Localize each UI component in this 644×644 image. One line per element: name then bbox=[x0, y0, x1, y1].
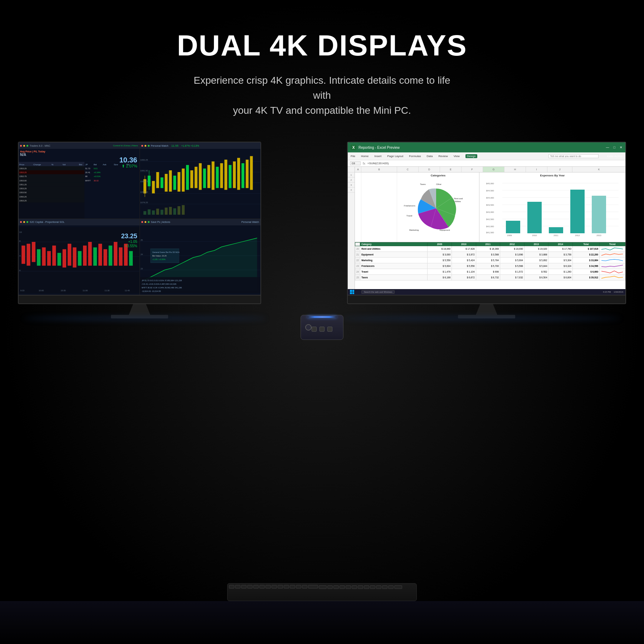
svg-rect-105 bbox=[83, 245, 87, 265]
right-monitor: X Reporting - Excel Preview — □ ✕ File H… bbox=[347, 142, 626, 318]
tax-2012: $ 7,032 bbox=[500, 275, 525, 280]
ribbon-data[interactable]: Data bbox=[427, 155, 433, 158]
empty-b bbox=[361, 172, 397, 242]
svg-rect-68 bbox=[229, 165, 231, 188]
equip-total: $ 22,200 bbox=[572, 252, 599, 258]
svg-rect-114 bbox=[129, 251, 133, 265]
svg-text:MYFT: MYFT bbox=[85, 180, 91, 182]
ribbon-design[interactable]: Design bbox=[465, 154, 477, 158]
mkt-2011: $ 5,784 bbox=[476, 258, 500, 263]
rent-2009: $ 18,840 bbox=[428, 246, 452, 252]
col-h: H bbox=[504, 167, 526, 172]
row-numbers: 1 2 3 4 bbox=[348, 167, 355, 295]
svg-rect-110 bbox=[109, 245, 112, 265]
minimize-icon[interactable]: — bbox=[606, 146, 609, 149]
big-change-1: ⬆ 2.07% bbox=[122, 164, 137, 169]
ribbon-view[interactable]: View bbox=[454, 155, 460, 158]
window-controls: — □ ✕ bbox=[606, 146, 623, 149]
svg-text:10:30: 10:30 bbox=[61, 289, 66, 292]
formula-bar: G9 fx =SUM(C20:H20) bbox=[348, 160, 625, 167]
key-13 bbox=[302, 585, 307, 589]
svg-text:Other: Other bbox=[436, 183, 441, 185]
excel-icon: X bbox=[351, 145, 356, 150]
svg-rect-53 bbox=[165, 174, 167, 192]
mkt-2012: $ 5,904 bbox=[500, 258, 525, 263]
dot-red-3 bbox=[20, 221, 22, 223]
cell-reference[interactable]: G9 bbox=[350, 161, 361, 165]
svg-rect-111 bbox=[114, 242, 117, 265]
table-row-24: 24 Travel $ 1,476 $ 1,104 $ 696 $ 1,572 … bbox=[355, 269, 625, 275]
col-i: I bbox=[526, 167, 547, 172]
th-2012: 2012 bbox=[500, 243, 525, 246]
maximize-icon[interactable]: □ bbox=[614, 146, 615, 149]
user-name: Katie Achter bbox=[607, 155, 623, 158]
formula-content: =SUM(C20:H20) bbox=[367, 162, 389, 165]
svg-text:JP: JP bbox=[85, 163, 88, 166]
col-a: A bbox=[355, 167, 361, 172]
taskbar-search-box[interactable]: Search the web and Windows bbox=[361, 290, 395, 294]
th-2013: 2013 bbox=[524, 243, 548, 246]
table-row-20: 20 Rent and Utilities $ 18,840 $ 17,628 … bbox=[355, 246, 625, 252]
svg-text:$42,500: $42,500 bbox=[486, 218, 494, 220]
displays-container: Traders 8.0 - MNC Control Id | Extras | … bbox=[18, 140, 626, 340]
row-1: 1 bbox=[348, 172, 355, 177]
ribbon-home[interactable]: Home bbox=[361, 155, 369, 158]
left-monitor-glow bbox=[23, 317, 267, 320]
ribbon-review[interactable]: Review bbox=[438, 155, 448, 158]
grid-area: A B C D E F G H I J K bbox=[355, 167, 625, 295]
svg-text:2013: 2013 bbox=[596, 234, 601, 236]
excel-ribbon: File Home Insert Page Layout Formulas Da… bbox=[348, 152, 625, 160]
svg-text:J    21.41  +0.01  0.01%  4,48: J 21.41 +0.01 0.01% 4,487,008 110,026 bbox=[141, 283, 176, 285]
mini-pc-light-strip bbox=[307, 316, 337, 318]
svg-rect-99 bbox=[52, 245, 56, 265]
right-monitor-stand bbox=[476, 304, 497, 315]
panel-header-1: Traders 8.0 - MNC Control Id | Extras | … bbox=[19, 142, 140, 149]
dot-yellow-2 bbox=[145, 145, 146, 147]
mkt-2013: $ 5,892 bbox=[524, 258, 548, 263]
trav-total: $ 6,660 bbox=[572, 269, 599, 275]
svg-text:2010: 2010 bbox=[532, 234, 537, 236]
svg-rect-56 bbox=[177, 172, 180, 192]
left-monitor-screen: Traders 8.0 - MNC Control Id | Extras | … bbox=[18, 142, 261, 296]
svg-text:9:33: 9:33 bbox=[20, 289, 24, 292]
tax-2010: $ 6,672 bbox=[452, 275, 476, 280]
trav-2013: $ 552 bbox=[524, 269, 548, 275]
tell-me-input[interactable] bbox=[548, 154, 599, 158]
trading-panel-4: Save Ps | Actions Personal Watch bbox=[140, 219, 261, 295]
svg-rect-64 bbox=[211, 161, 214, 190]
th-2010: 2010 bbox=[452, 243, 476, 246]
trav-2014: $ 1,260 bbox=[548, 269, 573, 275]
bar-2012 bbox=[570, 190, 585, 233]
key-10 bbox=[284, 585, 289, 589]
rent-2011: $ 16,368 bbox=[476, 246, 500, 252]
svg-rect-87 bbox=[177, 206, 180, 215]
svg-rect-69 bbox=[233, 161, 236, 188]
cat-taxes: Taxes bbox=[360, 275, 428, 280]
svg-rect-108 bbox=[98, 244, 102, 265]
svg-text:$41,500: $41,500 bbox=[486, 231, 494, 234]
ribbon-page-layout[interactable]: Page Layout bbox=[387, 155, 403, 158]
dot-red-1 bbox=[20, 145, 22, 147]
ribbon-file[interactable]: File bbox=[351, 155, 355, 158]
svg-text:Bid: Bid bbox=[94, 163, 97, 166]
ribbon-insert[interactable]: Insert bbox=[374, 155, 381, 158]
close-icon[interactable]: ✕ bbox=[620, 146, 623, 149]
windows-logo[interactable] bbox=[350, 290, 354, 294]
keyboard-keys-container bbox=[228, 584, 416, 590]
trav-2010: $ 1,104 bbox=[452, 269, 476, 275]
svg-text:1550.25: 1550.25 bbox=[19, 196, 26, 198]
svg-rect-93 bbox=[21, 245, 25, 264]
equip-trend bbox=[600, 252, 625, 258]
rent-2013: $ 19,020 bbox=[524, 246, 548, 252]
mini-pc-power-button[interactable] bbox=[305, 324, 312, 331]
ribbon-formulas[interactable]: Formulas bbox=[409, 155, 421, 158]
col-c: C bbox=[397, 167, 419, 172]
right-monitor-screen: X Reporting - Excel Preview — □ ✕ File H… bbox=[347, 142, 626, 296]
svg-rect-60 bbox=[194, 167, 197, 188]
taskbar-right: 4:15 PM 1/30/2016 bbox=[603, 291, 623, 293]
trav-2011: $ 696 bbox=[476, 269, 500, 275]
svg-rect-79 bbox=[143, 211, 146, 215]
panel-title-2: Personal Watch bbox=[151, 145, 169, 147]
svg-text:1552.75: 1552.75 bbox=[19, 175, 26, 177]
svg-rect-71 bbox=[241, 163, 244, 188]
